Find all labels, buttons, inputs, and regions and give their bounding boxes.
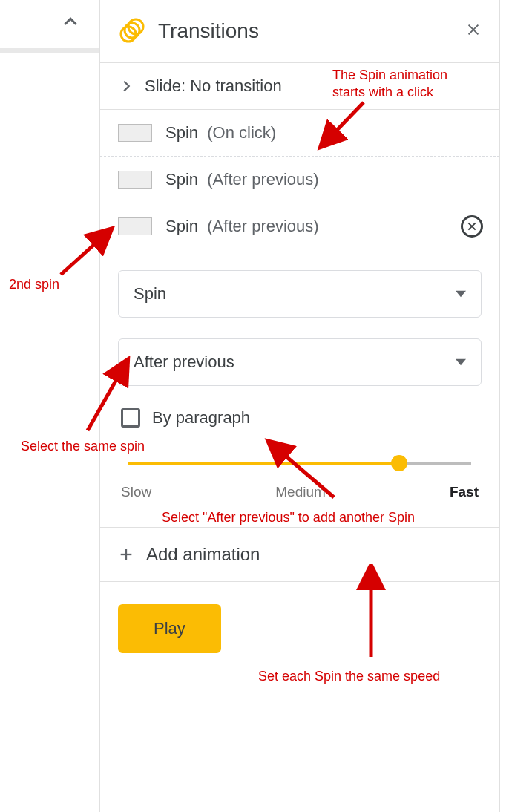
collapse-caret-icon[interactable] — [59, 10, 82, 38]
transitions-icon — [118, 18, 145, 45]
speed-slider[interactable] — [118, 448, 482, 471]
panel-title: Transitions — [158, 19, 452, 43]
svg-marker-8 — [456, 359, 466, 365]
animation-start-select[interactable]: After previous — [118, 338, 482, 386]
animation-row-2[interactable]: Spin (After previous) — [100, 157, 499, 203]
plus-icon — [118, 546, 134, 563]
object-thumbnail — [118, 124, 152, 142]
animation-label: Spin (On click) — [165, 123, 276, 143]
speed-fast-label: Fast — [450, 484, 479, 500]
add-animation-label: Add animation — [146, 544, 260, 565]
close-button[interactable] — [465, 22, 482, 41]
object-thumbnail — [118, 217, 152, 235]
play-button[interactable]: Play — [118, 604, 221, 653]
chevron-down-icon — [456, 289, 466, 299]
speed-slow-label: Slow — [121, 484, 151, 500]
by-paragraph-checkbox[interactable] — [121, 408, 140, 428]
svg-marker-7 — [456, 291, 466, 297]
add-animation-button[interactable]: Add animation — [100, 527, 499, 582]
by-paragraph-row: By paragraph — [118, 407, 482, 448]
animation-row-1[interactable]: Spin (On click) — [100, 110, 499, 157]
slider-thumb[interactable] — [391, 455, 407, 471]
chevron-down-icon — [456, 357, 466, 367]
animation-label: Spin (After previous) — [165, 217, 319, 236]
svg-point-1 — [125, 23, 139, 38]
slide-transition-label: Slide: No transition — [145, 76, 282, 96]
panel-header: Transitions — [100, 0, 499, 63]
speed-labels: Slow Medium Fast — [118, 471, 482, 518]
remove-animation-button[interactable] — [461, 215, 483, 238]
speed-medium-label: Medium — [275, 484, 326, 500]
by-paragraph-label: By paragraph — [152, 408, 250, 428]
transitions-panel: Transitions Slide: No transition Spin (O… — [99, 0, 500, 812]
animation-type-select[interactable]: Spin — [118, 270, 482, 318]
animation-detail-section: Spin After previous By paragraph Slow Me… — [100, 249, 499, 527]
animation-label: Spin (After previous) — [165, 170, 319, 189]
chevron-right-icon — [118, 78, 134, 94]
object-thumbnail — [118, 171, 152, 189]
animation-row-3[interactable]: Spin (After previous) — [100, 203, 499, 249]
slide-transition-row[interactable]: Slide: No transition — [100, 63, 499, 110]
